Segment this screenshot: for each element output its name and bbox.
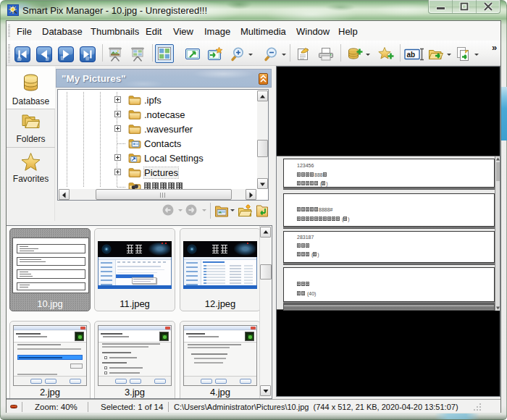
- svg-text:ab: ab: [407, 51, 416, 59]
